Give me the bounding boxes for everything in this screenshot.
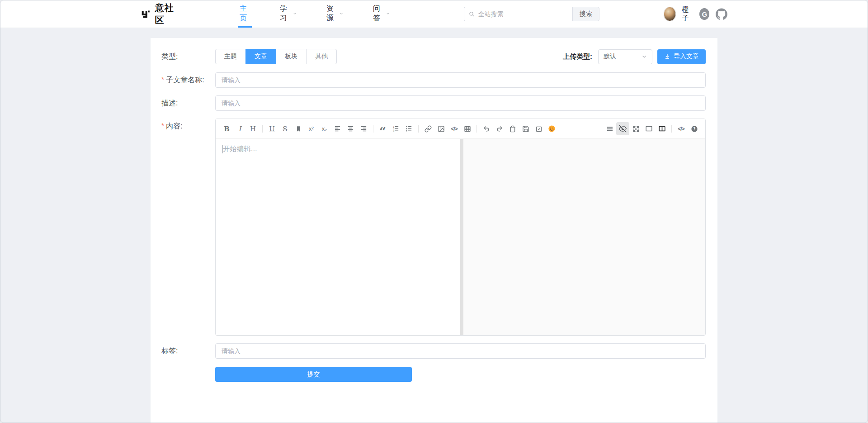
- content-label: *内容:: [161, 119, 215, 336]
- quote-button[interactable]: “: [376, 122, 389, 135]
- single-pane-button[interactable]: [642, 122, 656, 135]
- gitee-icon[interactable]: G: [699, 8, 709, 20]
- avatar[interactable]: [664, 7, 676, 21]
- image-button[interactable]: [434, 122, 448, 135]
- nav-label: 主页: [240, 4, 250, 23]
- type-option-board[interactable]: 板块: [276, 49, 307, 64]
- divider: [262, 125, 263, 133]
- quote-icon: “: [379, 124, 386, 134]
- italic-button[interactable]: I: [233, 122, 246, 135]
- code-icon: </>: [451, 126, 457, 132]
- image-icon: [438, 125, 445, 133]
- preview-toggle-button[interactable]: [616, 122, 629, 135]
- align-center-button[interactable]: [344, 122, 357, 135]
- fullscreen-button[interactable]: [629, 122, 642, 135]
- save-button[interactable]: [519, 122, 532, 135]
- table-button[interactable]: [461, 122, 474, 135]
- align-left-icon: [334, 125, 341, 132]
- github-icon[interactable]: [716, 8, 727, 20]
- row-type: 类型: 主题 文章 板块 其他 上传类型: 默认: [161, 49, 706, 64]
- upload-cluster: 上传类型: 默认 导入文章: [563, 49, 706, 64]
- svg-text:?: ?: [693, 127, 695, 131]
- nav-item-resources[interactable]: 资源: [325, 0, 345, 28]
- align-left-button[interactable]: [331, 122, 344, 135]
- italic-icon: I: [239, 125, 241, 133]
- editor-toolbar-right: </> ?: [603, 122, 701, 135]
- github-mark: [716, 8, 727, 20]
- superscript-button[interactable]: x²: [305, 122, 318, 135]
- link-icon: [425, 125, 432, 133]
- user-cluster: 橙子 G: [664, 5, 727, 23]
- submit-spacer: [161, 367, 215, 382]
- nav-item-study[interactable]: 学习: [278, 0, 298, 28]
- editor-resize-handle[interactable]: [460, 139, 463, 335]
- username[interactable]: 橙子: [682, 5, 693, 23]
- tags-input[interactable]: [215, 343, 706, 359]
- strikethrough-button[interactable]: S: [278, 122, 292, 135]
- bookmark-icon: [295, 126, 302, 132]
- underline-icon: U: [269, 125, 275, 133]
- search-button[interactable]: 搜索: [572, 7, 599, 21]
- outline-icon: [606, 125, 613, 133]
- code-mode-icon: </>: [678, 126, 684, 132]
- upload-type-value: 默认: [604, 52, 616, 61]
- inline-code-button[interactable]: </>: [448, 122, 461, 135]
- split-view-button[interactable]: [656, 122, 669, 135]
- editor-body: 开始编辑...: [216, 139, 705, 335]
- help-icon: ?: [691, 125, 698, 133]
- undo-icon: [483, 125, 490, 133]
- submit-button[interactable]: 提交: [215, 367, 412, 382]
- tags-label: 标签:: [161, 343, 215, 359]
- upload-type-select[interactable]: 默认: [598, 49, 652, 64]
- bold-button[interactable]: B: [220, 122, 233, 135]
- underline-button[interactable]: U: [265, 122, 278, 135]
- subscript-button[interactable]: x₂: [318, 122, 331, 135]
- trash-icon: [509, 125, 516, 133]
- search-box: [464, 7, 572, 21]
- link-button[interactable]: [421, 122, 434, 135]
- type-radio-group: 主题 文章 板块 其他: [215, 49, 337, 64]
- nav-item-qa[interactable]: 问答: [371, 0, 392, 28]
- download-icon: [664, 53, 670, 60]
- import-article-button[interactable]: 导入文章: [657, 49, 706, 64]
- brand[interactable]: 意社区: [141, 2, 180, 26]
- chevron-down-icon: [340, 11, 343, 16]
- main-nav: 主页 学习 资源 问答: [238, 0, 418, 28]
- heading-button[interactable]: H: [246, 122, 259, 135]
- type-option-topic[interactable]: 主题: [215, 49, 246, 64]
- align-right-button[interactable]: [357, 122, 370, 135]
- redo-button[interactable]: [493, 122, 506, 135]
- ordered-list-button[interactable]: 123: [389, 122, 402, 135]
- search-input[interactable]: [478, 10, 568, 18]
- mark-button[interactable]: [292, 122, 305, 135]
- type-option-article[interactable]: 文章: [245, 49, 276, 64]
- redo-icon: [496, 125, 503, 133]
- emoji-icon: [548, 125, 556, 133]
- unordered-list-button[interactable]: [402, 122, 415, 135]
- type-option-other[interactable]: 其他: [306, 49, 337, 64]
- help-button[interactable]: ?: [688, 122, 701, 135]
- subname-input[interactable]: [215, 72, 706, 88]
- nav-item-home[interactable]: 主页: [238, 0, 252, 28]
- undo-button[interactable]: [480, 122, 493, 135]
- main-area: 类型: 主题 文章 板块 其他 上传类型: 默认: [0, 38, 868, 423]
- save-icon: [522, 125, 529, 133]
- text-caret: [222, 145, 222, 153]
- description-input[interactable]: [215, 95, 706, 111]
- delete-button[interactable]: [506, 122, 519, 135]
- check-export-button[interactable]: [532, 122, 545, 135]
- row-tags: 标签:: [161, 343, 706, 359]
- row-submit: 提交: [161, 367, 706, 382]
- page-frame: 意社区 主页 学习 资源 问答: [0, 0, 868, 423]
- editor-write-pane[interactable]: 开始编辑...: [216, 139, 460, 335]
- row-content: *内容: B I H U S x²: [161, 119, 706, 336]
- emoji-button[interactable]: [545, 122, 558, 135]
- align-center-icon: [347, 125, 354, 132]
- eye-off-icon: [619, 125, 627, 133]
- edit-mode-button[interactable]: </>: [675, 122, 688, 135]
- single-pane-icon: [645, 125, 653, 133]
- site-search: 搜索: [464, 7, 599, 21]
- outline-button[interactable]: [603, 122, 616, 135]
- markdown-editor: B I H U S x² x₂: [215, 119, 706, 336]
- type-label: 类型:: [161, 49, 215, 64]
